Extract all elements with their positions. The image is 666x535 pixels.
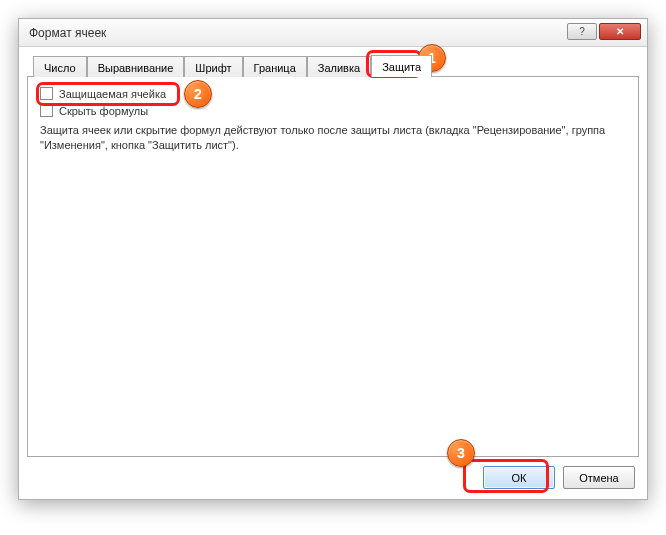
titlebar: Формат ячеек ? ✕ [19, 19, 647, 47]
hide-formulas-label: Скрыть формулы [59, 105, 148, 117]
tabstrip: Число Выравнивание Шрифт Граница Заливка… [27, 55, 639, 77]
tab-fill[interactable]: Заливка [307, 56, 371, 77]
hide-formulas-checkbox[interactable] [40, 104, 53, 117]
tab-number[interactable]: Число [33, 56, 87, 77]
protection-pane: Защищаемая ячейка Скрыть формулы Защита … [27, 77, 639, 457]
window-controls: ? ✕ [567, 23, 641, 40]
help-button[interactable]: ? [567, 23, 597, 40]
hide-formulas-row: Скрыть формулы [40, 104, 626, 117]
close-button[interactable]: ✕ [599, 23, 641, 40]
locked-cell-checkbox[interactable] [40, 87, 53, 100]
ok-button[interactable]: ОК [483, 466, 555, 489]
tab-border[interactable]: Граница [243, 56, 307, 77]
cancel-button[interactable]: Отмена [563, 466, 635, 489]
tab-font[interactable]: Шрифт [184, 56, 242, 77]
tab-alignment[interactable]: Выравнивание [87, 56, 185, 77]
tab-protection[interactable]: Защита [371, 55, 432, 77]
window-title: Формат ячеек [29, 26, 106, 40]
protection-description: Защита ячеек или скрытие формул действую… [40, 123, 626, 153]
client-area: Число Выравнивание Шрифт Граница Заливка… [27, 55, 639, 457]
locked-cell-label: Защищаемая ячейка [59, 88, 166, 100]
dialog-footer: ОК Отмена [483, 466, 635, 489]
format-cells-dialog: Формат ячеек ? ✕ Число Выравнивание Шриф… [18, 18, 648, 500]
locked-cell-row: Защищаемая ячейка [40, 87, 626, 100]
